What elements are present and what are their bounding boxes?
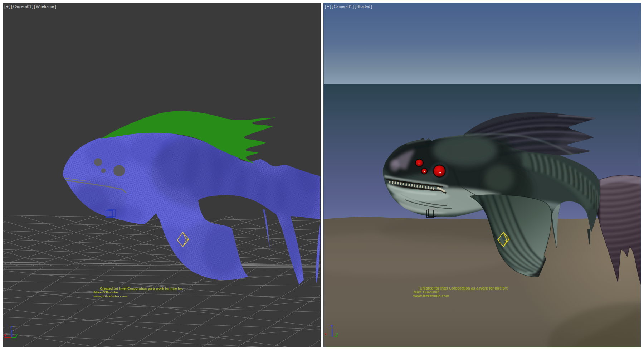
- svg-text:y: y: [336, 332, 338, 336]
- svg-text:Created for Intel Corporation: Created for Intel Corporation as a work …: [420, 286, 508, 290]
- svg-text:[ + ] [ Camera01 ] [ Wireframe: [ + ] [ Camera01 ] [ Wireframe ]: [4, 4, 56, 9]
- svg-text:Mike O'Rourke: Mike O'Rourke: [94, 290, 118, 294]
- svg-text:z: z: [331, 324, 333, 328]
- svg-text:x: x: [325, 332, 327, 336]
- svg-text:z: z: [11, 325, 13, 329]
- svg-text:www.fritzstudio.com: www.fritzstudio.com: [413, 294, 449, 298]
- svg-text:[ + ] [ Camera01 ] [ Shaded ]: [ + ] [ Camera01 ] [ Shaded ]: [325, 4, 372, 9]
- svg-text:Mike O'Rourke: Mike O'Rourke: [414, 290, 439, 294]
- svg-text:x: x: [4, 333, 6, 337]
- svg-text:y: y: [16, 333, 18, 337]
- svg-text:Created for Intel Corporation: Created for Intel Corporation as a work …: [100, 286, 183, 290]
- svg-text:www.fritzstudio.com: www.fritzstudio.com: [93, 294, 127, 298]
